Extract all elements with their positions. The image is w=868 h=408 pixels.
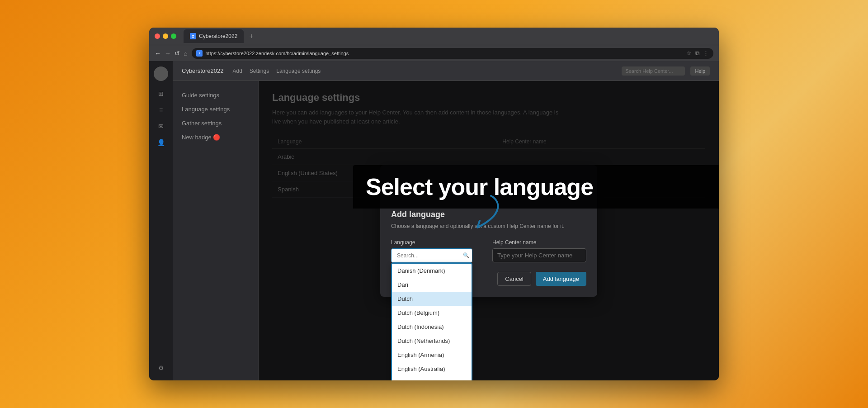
language-search-input[interactable] <box>394 251 461 261</box>
home-button[interactable]: ⌂ <box>184 50 187 57</box>
hc-name-label: Help Center name <box>492 239 586 246</box>
sidebar: ⊞ ≡ ✉ 👤 ⚙ <box>149 61 173 380</box>
minimize-button[interactable] <box>163 33 168 39</box>
browser-window: z Cyberstore2022 + ← → ↺ ⌂ z https://cyb… <box>149 28 719 380</box>
dropdown-item-english-armenia[interactable]: English (Armenia) <box>392 348 472 362</box>
modal-form-row: Language 🔍 <box>391 239 586 263</box>
top-nav-search[interactable] <box>622 66 685 76</box>
language-label: Language <box>391 239 485 246</box>
tab-title: Cyberstore2022 <box>199 33 237 39</box>
annotation-text: Select your language <box>366 174 593 200</box>
sidebar-icon-messages[interactable]: ✉ <box>154 119 168 133</box>
annotation-banner: Select your language <box>353 165 719 209</box>
cancel-button[interactable]: Cancel <box>497 272 531 286</box>
dropdown-item-english-austria[interactable]: English (Austria) <box>392 376 472 381</box>
tab-favicon: z <box>190 33 196 39</box>
dropdown-item-english-australia[interactable]: English (Australia) <box>392 362 472 376</box>
title-bar: z Cyberstore2022 + <box>149 28 719 45</box>
close-button[interactable] <box>155 33 160 39</box>
address-bar: ← → ↺ ⌂ z https://cyberstore2022.zendesk… <box>149 45 719 61</box>
dropdown-item-dutch-indonesia[interactable]: Dutch (Indonesia) <box>392 320 472 334</box>
url-favicon: z <box>196 50 203 57</box>
top-nav-right: Help <box>622 66 710 76</box>
dropdown-item-dutch-netherlands[interactable]: Dutch (Netherlands) <box>392 334 472 348</box>
sidebar-icon-users[interactable]: 👤 <box>154 135 168 150</box>
traffic-lights <box>155 33 176 39</box>
top-nav: Cyberstore2022 Add Settings Language set… <box>173 61 719 81</box>
modal-title: Add language <box>391 210 586 219</box>
dropdown-item-dutch-belgium[interactable]: Dutch (Belgium) <box>392 306 472 320</box>
main-layout: Guide settings Language settings Gather … <box>173 81 719 380</box>
help-button[interactable]: Help <box>690 66 710 76</box>
language-input-container: 🔍 Danish (Denmark) Dari Du <box>391 248 472 263</box>
add-language-button[interactable]: Add language <box>536 272 586 286</box>
modal-overlay: Select your language Add language Choose… <box>259 81 719 380</box>
url-actions: ☆ ⧉ ⋮ <box>686 50 709 57</box>
left-nav: Guide settings Language settings Gather … <box>173 81 259 380</box>
left-nav-new-badge[interactable]: New badge 🔴 <box>173 130 258 144</box>
left-nav-gather-settings[interactable]: Gather settings <box>173 116 258 130</box>
search-icon: 🔍 <box>463 252 469 258</box>
back-button[interactable]: ← <box>155 50 161 57</box>
page-content: Cyberstore2022 Add Settings Language set… <box>173 61 719 380</box>
extensions-icon[interactable]: ⧉ <box>695 50 699 57</box>
bookmark-icon[interactable]: ☆ <box>686 50 692 57</box>
reload-button[interactable]: ↺ <box>175 50 180 57</box>
sidebar-icon-settings[interactable]: ⚙ <box>154 361 168 375</box>
add-language-modal: Select your language Add language Choose… <box>380 165 597 297</box>
hc-name-input[interactable] <box>492 248 586 262</box>
nav-link-settings[interactable]: Settings <box>250 68 269 74</box>
nav-brand: Cyberstore2022 <box>182 67 224 74</box>
active-tab[interactable]: z Cyberstore2022 <box>184 29 244 43</box>
dropdown-item-danish[interactable]: Danish (Denmark) <box>392 264 472 278</box>
dropdown-item-dutch[interactable]: Dutch <box>392 292 472 306</box>
nav-links: Add Settings Language settings <box>233 68 321 74</box>
browser-content: ⊞ ≡ ✉ 👤 ⚙ Cyberstore2022 Add Settings La… <box>149 61 719 380</box>
language-form-group: Language 🔍 <box>391 239 485 263</box>
content-area: Language settings Here you can add langu… <box>259 81 719 380</box>
tab-bar: z Cyberstore2022 + <box>184 29 713 43</box>
language-dropdown: Danish (Denmark) Dari Dutch Dutch (Belgi… <box>391 263 472 381</box>
menu-icon[interactable]: ⋮ <box>703 50 709 57</box>
avatar <box>154 66 168 81</box>
dropdown-list: Danish (Denmark) Dari Dutch Dutch (Belgi… <box>392 264 472 381</box>
modal-description: Choose a language and optionally set a c… <box>391 222 586 230</box>
nav-link-language[interactable]: Language settings <box>276 68 321 74</box>
nav-buttons: ← → ↺ ⌂ <box>155 50 187 57</box>
new-tab-button[interactable]: + <box>245 32 257 40</box>
hc-name-form-group: Help Center name <box>492 239 586 262</box>
left-nav-guide-settings[interactable]: Guide settings <box>173 88 258 102</box>
nav-link-add[interactable]: Add <box>233 68 242 74</box>
url-bar[interactable]: z https://cyberstore2022.zendesk.com/hc/… <box>192 48 713 59</box>
dropdown-item-dari[interactable]: Dari <box>392 278 472 292</box>
sidebar-icon-grid[interactable]: ⊞ <box>154 86 168 101</box>
forward-button[interactable]: → <box>165 50 171 57</box>
url-text: https://cyberstore2022.zendesk.com/hc/ad… <box>205 51 349 56</box>
left-nav-language-settings[interactable]: Language settings <box>173 102 258 116</box>
maximize-button[interactable] <box>171 33 176 39</box>
sidebar-icon-article[interactable]: ≡ <box>154 103 168 117</box>
